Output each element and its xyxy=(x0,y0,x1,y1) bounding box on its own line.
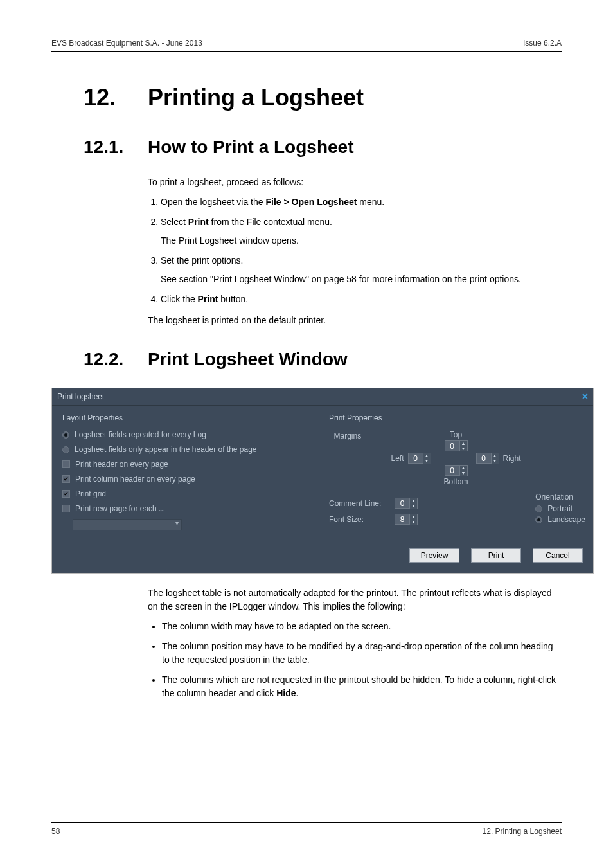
check-print-column-header[interactable]: Print column header on every page xyxy=(62,475,316,484)
font-size-row: Font Size: 8▲▼ xyxy=(329,514,506,525)
after-steps: The logsheet is printed on the default p… xyxy=(148,314,562,327)
step-1-text-a: Open the logsheet via the xyxy=(161,197,265,207)
bullet-list: The column width may have to be adapted … xyxy=(148,620,562,700)
heading-2-b: 12.2. Print Logsheet Window xyxy=(84,349,562,370)
checkbox-icon[interactable] xyxy=(62,505,70,512)
check-label: Print header on every page xyxy=(75,460,168,469)
chevron-up-icon[interactable]: ▲ xyxy=(423,453,431,458)
page-footer: 58 12. Printing a Logsheet xyxy=(51,822,562,836)
radio-landscape[interactable]: Landscape xyxy=(535,515,585,524)
bullet-3-c: . xyxy=(296,688,299,698)
radio-icon[interactable] xyxy=(535,505,542,512)
orientation-label: Orientation xyxy=(535,493,585,502)
chevron-up-icon[interactable]: ▲ xyxy=(491,453,499,458)
chevron-up-icon[interactable]: ▲ xyxy=(459,466,467,471)
step-4-bold: Print xyxy=(198,294,218,304)
radio-logsheet-header-only[interactable]: Logsheet fields only appear in the heade… xyxy=(62,445,316,454)
step-4-text-a: Click the xyxy=(161,294,198,304)
close-icon[interactable]: × xyxy=(582,391,588,402)
header-left: EVS Broadcast Equipment S.A. - June 2013 xyxy=(51,39,202,48)
heading-1: 12. Printing a Logsheet xyxy=(84,84,562,111)
checkbox-icon[interactable] xyxy=(62,460,70,468)
bullet-3-bold: Hide xyxy=(276,688,296,698)
preview-button[interactable]: Preview xyxy=(409,548,459,563)
radio-label: Logsheet fields only appear in the heade… xyxy=(75,445,257,454)
radio-icon[interactable] xyxy=(62,431,69,439)
chevron-up-icon[interactable]: ▲ xyxy=(409,514,417,520)
chevron-down-icon[interactable]: ▼ xyxy=(459,471,467,476)
margins-label: Margins xyxy=(334,431,362,440)
heading-2b-title: Print Logsheet Window xyxy=(148,349,348,370)
spin-value: 0 xyxy=(445,466,459,475)
step-3-text: Set the print options. xyxy=(161,255,243,266)
spin-value: 0 xyxy=(395,498,409,508)
radio-icon[interactable] xyxy=(62,446,69,453)
check-label: Print new page for each ... xyxy=(75,504,165,513)
footer-page-number: 58 xyxy=(51,827,60,836)
heading-1-title: Printing a Logsheet xyxy=(148,84,364,111)
check-label: Print column header on every page xyxy=(75,475,195,484)
chevron-down-icon[interactable]: ▼ xyxy=(409,503,417,509)
check-print-new-page[interactable]: Print new page for each ... xyxy=(62,504,316,513)
radio-portrait[interactable]: Portrait xyxy=(535,504,585,513)
bottom-label: Bottom xyxy=(443,477,468,486)
chevron-down-icon[interactable]: ▼ xyxy=(409,520,417,525)
print-properties-panel: Print Properties Margins Top 0▲▼ Left 0▲… xyxy=(326,412,585,536)
header-right: Issue 6.2.A xyxy=(523,39,562,48)
spin-value: 0 xyxy=(409,453,423,463)
bullet-3-a: The columns which are not requested in t… xyxy=(162,674,556,698)
radio-label: Portrait xyxy=(547,504,573,513)
right-label: Right xyxy=(503,454,521,463)
margin-right-spin[interactable]: 0▲▼ xyxy=(476,453,499,464)
heading-2a-title: How to Print a Logsheet xyxy=(148,137,353,158)
print-button[interactable]: Print xyxy=(471,548,521,563)
footer-section: 12. Printing a Logsheet xyxy=(483,827,562,836)
chevron-down-icon[interactable]: ▼ xyxy=(459,446,467,451)
step-3-sub: See section "Print Logsheet Window" on p… xyxy=(161,273,562,286)
radio-label: Landscape xyxy=(547,515,585,524)
bullet-2: The column position may have to be modif… xyxy=(162,640,562,667)
step-4: Click the Print button. xyxy=(161,293,562,306)
check-print-header[interactable]: Print header on every page xyxy=(62,460,316,469)
heading-2a-number: 12.1. xyxy=(84,137,148,158)
spin-value: 0 xyxy=(445,441,459,451)
margins-group: Margins Top 0▲▼ Left 0▲▼ 0▲▼ Right xyxy=(373,430,540,486)
chevron-up-icon[interactable]: ▲ xyxy=(409,498,417,503)
step-1-bold: File > Open Logsheet xyxy=(265,197,357,207)
radio-logsheet-repeated[interactable]: Logsheet fields repeated for every Log xyxy=(62,430,316,439)
margin-left-spin[interactable]: 0▲▼ xyxy=(408,453,431,464)
dialog-title: Print logsheet xyxy=(57,392,104,401)
step-1: Open the logsheet via the File > Open Lo… xyxy=(161,195,562,209)
top-label: Top xyxy=(450,430,462,439)
chevron-up-icon[interactable]: ▲ xyxy=(459,441,467,446)
step-2-bold: Print xyxy=(188,217,209,227)
checkbox-icon[interactable] xyxy=(62,475,70,483)
dialog-footer: Preview Print Cancel xyxy=(52,539,593,573)
spin-value: 0 xyxy=(477,453,491,463)
heading-1-number: 12. xyxy=(84,84,148,111)
margin-bottom-spin[interactable]: 0▲▼ xyxy=(445,465,468,476)
check-print-grid[interactable]: Print grid xyxy=(62,489,316,498)
heading-2-a: 12.1. How to Print a Logsheet xyxy=(84,137,562,158)
cancel-button[interactable]: Cancel xyxy=(533,548,583,563)
step-1-text-c: menu. xyxy=(357,197,384,207)
font-size-spin[interactable]: 8▲▼ xyxy=(395,514,418,525)
new-page-select[interactable] xyxy=(73,519,182,530)
intro-paragraph: To print a logsheet, proceed as follows: xyxy=(148,176,562,189)
spin-value: 8 xyxy=(395,514,409,524)
step-2: Select Print from the File contextual me… xyxy=(161,215,562,248)
chevron-down-icon[interactable]: ▼ xyxy=(423,458,431,464)
comment-line-spin[interactable]: 0▲▼ xyxy=(395,498,418,509)
bullet-1: The column width may have to be adapted … xyxy=(162,620,562,633)
layout-properties-title: Layout Properties xyxy=(60,412,319,424)
checkbox-icon[interactable] xyxy=(62,490,70,498)
dialog-titlebar: Print logsheet × xyxy=(52,388,593,406)
chevron-down-icon[interactable]: ▼ xyxy=(491,458,499,464)
layout-properties-panel: Layout Properties Logsheet fields repeat… xyxy=(60,412,319,536)
step-4-text-c: button. xyxy=(218,294,248,304)
step-2-text-a: Select xyxy=(161,217,188,227)
margin-top-spin[interactable]: 0▲▼ xyxy=(445,440,468,451)
radio-icon[interactable] xyxy=(535,516,542,523)
bullet-3: The columns which are not requested in t… xyxy=(162,673,562,700)
page-header: EVS Broadcast Equipment S.A. - June 2013… xyxy=(51,39,562,52)
